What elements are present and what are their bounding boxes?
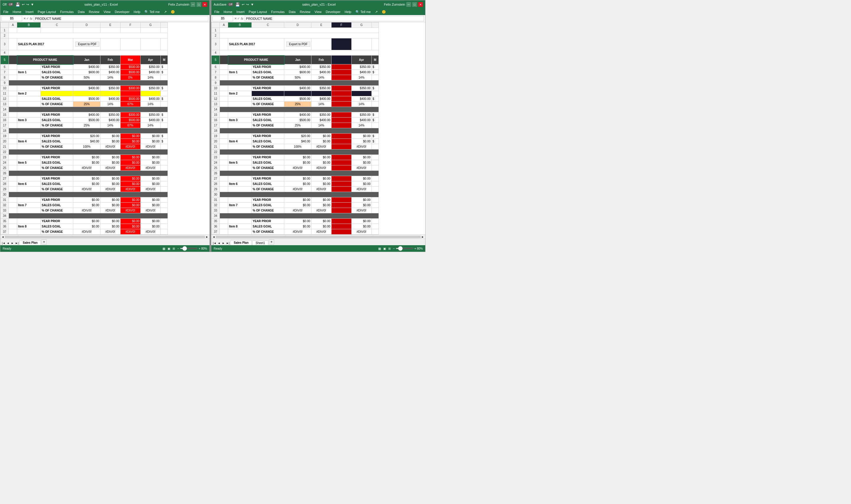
right-B11-item2[interactable]: Item 2 <box>228 91 252 96</box>
cell-C31[interactable]: YEAR PRIOR <box>41 197 73 203</box>
right-F37[interactable] <box>331 229 351 235</box>
right-H20[interactable]: $ <box>372 139 379 144</box>
row-25-header[interactable]: 25 <box>1 165 9 171</box>
right-H21[interactable] <box>372 144 379 149</box>
col-partial-header[interactable] <box>160 22 167 28</box>
right-G6[interactable]: $350.00 <box>351 65 372 70</box>
cell-B37[interactable] <box>17 229 41 235</box>
right-cell-jan[interactable]: Jan <box>284 56 311 65</box>
right-row-5[interactable]: 5 <box>212 56 220 65</box>
right-E37[interactable]: #DIV/0! <box>311 229 331 235</box>
right-C17[interactable]: % OF CHANGE <box>252 123 284 128</box>
cell-D16[interactable]: $500.00 <box>73 118 101 123</box>
cell-A13[interactable] <box>9 102 17 107</box>
row-22-header[interactable]: 22 <box>1 149 9 155</box>
right-H7[interactable]: $ <box>372 70 379 75</box>
right-col-E-header[interactable]: E <box>311 22 331 28</box>
cell-E11[interactable] <box>100 91 120 96</box>
cell-G33[interactable]: #DIV/0! <box>140 208 160 213</box>
cell-G28[interactable]: $0.00 <box>140 181 160 187</box>
menu-search[interactable]: 🔍 Tell me <box>143 10 162 15</box>
right-C12[interactable]: SALES GOAL <box>252 96 284 102</box>
cell-E28[interactable]: $0.00 <box>100 181 120 187</box>
cell-H6[interactable]: $ <box>160 65 167 70</box>
cell-H37[interactable] <box>160 229 167 235</box>
cell-C35[interactable]: YEAR PRIOR <box>41 219 73 224</box>
cell-A35[interactable] <box>9 219 17 224</box>
right-row-3[interactable]: 3 <box>212 38 220 50</box>
right-G20[interactable]: $0.00 <box>351 139 372 144</box>
cell-F31[interactable]: $0.00 <box>120 197 140 203</box>
menu-data[interactable]: Data <box>76 10 86 14</box>
cell-A12[interactable] <box>9 96 17 102</box>
cell-C6[interactable]: YEAR PRIOR <box>41 65 73 70</box>
right-row-30[interactable]: 30 <box>212 192 220 197</box>
right-tab-nav-prev[interactable]: ◄ <box>217 241 221 245</box>
menu-home[interactable]: Home <box>11 10 23 14</box>
right-E20[interactable]: $0.00 <box>311 139 331 144</box>
cell-A11[interactable] <box>9 91 17 96</box>
right-H31[interactable] <box>372 197 379 203</box>
right-G36[interactable]: $0.00 <box>351 224 372 229</box>
right-row-20[interactable]: 20 <box>212 139 220 144</box>
normal-view-icon[interactable]: ▦ <box>163 247 165 250</box>
zoom-out-icon[interactable]: − <box>177 247 179 250</box>
row-12-header[interactable]: 12 <box>1 96 9 102</box>
right-B25[interactable] <box>228 165 252 171</box>
cell-A19[interactable] <box>9 133 17 139</box>
right-A20[interactable] <box>220 139 228 144</box>
right-B21[interactable] <box>228 144 252 149</box>
row-37-header[interactable]: 37 <box>1 229 9 235</box>
right-D6[interactable]: $400.00 <box>284 65 311 70</box>
right-B10[interactable] <box>228 86 252 91</box>
right-D16[interactable]: $500.00 <box>284 118 311 123</box>
cell-A20[interactable] <box>9 139 17 144</box>
cell-H25[interactable] <box>160 165 167 171</box>
right-maximize-button[interactable]: □ <box>412 2 417 7</box>
cell-H20[interactable]: $ <box>160 139 167 144</box>
right-G15[interactable]: $350.00 <box>351 112 372 118</box>
cell-C11[interactable] <box>41 91 73 96</box>
menu-file[interactable]: File <box>1 10 10 14</box>
cell-A10[interactable] <box>9 86 17 91</box>
right-undo-icon[interactable]: ↩ <box>242 3 245 6</box>
right-C24[interactable]: SALES GOAL <box>252 160 284 165</box>
right-A37[interactable] <box>220 229 228 235</box>
right-A25[interactable] <box>220 165 228 171</box>
cell-G11[interactable] <box>140 91 160 96</box>
tab-nav-last[interactable]: ►| <box>15 241 19 245</box>
right-E11[interactable] <box>311 91 331 96</box>
cell-C17[interactable]: % OF CHANGE <box>41 123 73 128</box>
right-customize-icon[interactable]: ▼ <box>251 3 254 6</box>
right-A16[interactable] <box>220 118 228 123</box>
cell-F7[interactable]: $500.00 <box>120 70 140 75</box>
right-C31[interactable]: YEAR PRIOR <box>252 197 284 203</box>
right-H23[interactable] <box>372 155 379 160</box>
right-menu-formulas[interactable]: Formulas <box>269 10 286 14</box>
cell-H28[interactable] <box>160 181 167 187</box>
cell-C19[interactable]: YEAR PRIOR <box>41 133 73 139</box>
cell-A36[interactable] <box>9 224 17 229</box>
row-2-header[interactable]: 2 <box>1 33 9 38</box>
cell-A7[interactable] <box>9 70 17 75</box>
cell-A6[interactable] <box>9 65 17 70</box>
tab-nav-prev[interactable]: ◄ <box>6 241 10 245</box>
right-E10[interactable]: $350.00 <box>311 86 331 91</box>
cell-C16[interactable]: SALES GOAL <box>41 118 73 123</box>
right-cell-B4[interactable] <box>220 50 379 56</box>
right-F8[interactable] <box>331 75 351 80</box>
right-cell-mar[interactable] <box>331 56 351 65</box>
cell-F25[interactable]: #DIV/0! <box>120 165 140 171</box>
right-E13[interactable]: 14% <box>311 102 331 107</box>
right-E29[interactable]: #DIV/0! <box>311 187 331 192</box>
row-9-header[interactable]: 9 <box>1 80 9 86</box>
right-autosave-toggle[interactable]: Off <box>228 3 233 6</box>
cell-feb-header[interactable]: Feb <box>100 56 120 65</box>
cell-B8[interactable] <box>17 75 41 80</box>
right-F25[interactable] <box>331 165 351 171</box>
cell-C10[interactable]: YEAR PRIOR <box>41 86 73 91</box>
row-34-header[interactable]: 34 <box>1 213 9 219</box>
cell-H23[interactable] <box>160 155 167 160</box>
right-D11[interactable] <box>284 91 311 96</box>
cell-C25[interactable]: % OF CHANGE <box>41 165 73 171</box>
